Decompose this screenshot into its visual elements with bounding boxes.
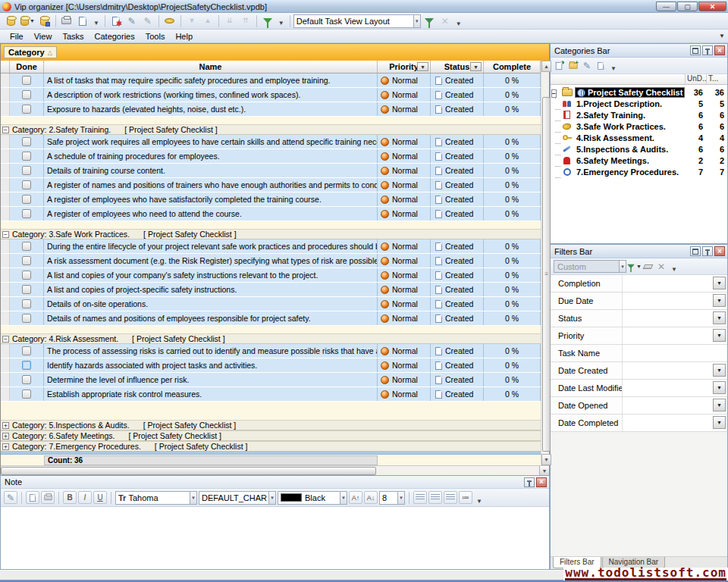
done-checkbox[interactable] (22, 242, 31, 251)
task-row[interactable]: A risk assessment document (e.g. the Ris… (1, 254, 541, 268)
done-checkbox[interactable] (22, 137, 31, 146)
filter-value-field[interactable] (623, 327, 713, 344)
task-row[interactable]: A register of names and positions of tra… (1, 178, 541, 192)
task-row[interactable]: Determine the level of influence per ris… (1, 373, 541, 387)
delete-category-icon[interactable]: × (595, 61, 607, 71)
move-bottom-icon[interactable]: ⇊ (222, 14, 237, 28)
apply-layout-button[interactable] (422, 14, 437, 28)
column-header-status[interactable]: Status▼ (431, 61, 484, 73)
filter-dropdown-icon[interactable]: ▼ (713, 399, 726, 411)
done-checkbox[interactable] (22, 346, 31, 355)
color-dropdown-icon[interactable]: ▼ (340, 492, 347, 504)
filter-dropdown-icon[interactable]: ▼ (713, 381, 726, 394)
new-task-list-icon[interactable]: ➜ (554, 61, 566, 71)
clear-filter-icon[interactable]: ✕ (655, 261, 667, 272)
task-row[interactable]: A list of tasks that may require specifi… (1, 74, 541, 88)
apply-filter-icon[interactable]: ▼ (628, 261, 640, 272)
task-row[interactable]: Identify hazards associated with project… (1, 358, 541, 373)
font-size-combo[interactable]: 8 ▼ (379, 491, 405, 505)
category-tree-item[interactable]: 2.Safety Training. 6 6 (551, 109, 727, 120)
done-checkbox[interactable] (22, 105, 31, 114)
category-tree-item[interactable]: 5.Inspections & Audits. 6 6 (551, 143, 727, 155)
new-category-icon[interactable]: + (567, 61, 579, 71)
filter-value-field[interactable] (623, 310, 713, 327)
pin-icon[interactable] (524, 477, 535, 487)
note-toolbar-overflow-icon[interactable]: ▼ (474, 498, 485, 505)
category-tree-item[interactable]: 6.Safety Meetings. 2 2 (551, 155, 727, 166)
edit-task-icon[interactable]: ✎ (124, 14, 140, 28)
tree-item-label[interactable]: 1.Project Description. (575, 99, 685, 108)
done-checkbox[interactable] (22, 195, 31, 204)
char-style-combo[interactable]: DEFAULT_CHAR ▼ (199, 491, 276, 505)
edit-category-icon[interactable]: ✎ (581, 61, 593, 71)
scroll-corner-icon[interactable]: ▼ (539, 466, 549, 475)
align-right-button[interactable] (444, 491, 457, 504)
filter-dropdown-icon[interactable]: ▼ (713, 364, 726, 377)
done-checkbox[interactable] (22, 271, 31, 280)
done-checkbox[interactable] (22, 285, 31, 294)
toolbar-overflow-icon[interactable]: ▼ (276, 20, 287, 27)
task-row[interactable]: The process of assessing risks is carrie… (1, 344, 541, 358)
print-note-button[interactable] (41, 491, 55, 504)
done-checkbox[interactable] (22, 209, 31, 218)
tree-item-root[interactable]: − Project Safety Checklist 36 36 (551, 86, 727, 98)
filter-value-field[interactable] (623, 275, 713, 292)
clear-layout-button[interactable]: ✕ (438, 14, 453, 28)
restore-panel-icon[interactable] (690, 45, 701, 55)
scroll-up-icon[interactable]: ▲ (541, 61, 551, 72)
close-button[interactable]: ✕ (698, 2, 726, 11)
bold-button[interactable]: B (63, 491, 77, 504)
toolbar-overflow-icon[interactable]: ▼ (91, 20, 102, 27)
column-header-done[interactable]: Done (10, 61, 44, 73)
expander-icon[interactable]: + (2, 433, 9, 440)
bullet-list-button[interactable]: ≔ (459, 491, 472, 504)
task-row[interactable]: Safe project work requires all employees… (1, 135, 541, 149)
menu-item-file[interactable]: File (5, 30, 29, 42)
filter-value-field[interactable] (623, 380, 713, 396)
filter-value-field[interactable] (623, 293, 713, 309)
status-filter-dropdown-icon[interactable]: ▼ (470, 62, 482, 71)
done-checkbox[interactable] (22, 390, 31, 399)
tree-item-label[interactable]: 5.Inspections & Audits. (575, 145, 685, 154)
eraser-icon[interactable] (642, 261, 654, 272)
new-database-icon[interactable] (3, 14, 18, 28)
minimize-button[interactable]: — (656, 2, 676, 11)
filter-value-field[interactable] (623, 415, 713, 431)
categories-toolbar-overflow-icon[interactable]: ▼ (608, 65, 619, 72)
category-tree-item[interactable]: 4.Risk Assessment. 4 4 (551, 132, 727, 143)
done-checkbox[interactable] (22, 256, 31, 265)
filter-value-field[interactable] (623, 397, 713, 414)
filter-preset-dropdown-icon[interactable]: ▼ (619, 261, 626, 272)
filter-dropdown-icon[interactable]: ▼ (713, 294, 726, 307)
filter-value-field[interactable] (623, 362, 713, 379)
task-row[interactable]: Exposure to hazards (elevated heights, n… (1, 102, 541, 117)
horizontal-scrollbar[interactable]: ▼ (1, 465, 549, 475)
size-dropdown-icon[interactable]: ▼ (397, 492, 404, 504)
char-style-dropdown-icon[interactable]: ▼ (268, 492, 275, 504)
done-checkbox[interactable] (22, 299, 31, 308)
menu-item-tasks[interactable]: Tasks (57, 30, 89, 42)
category-group-header[interactable]: + Category: 6.Safety Meetings. [ Project… (1, 430, 541, 441)
task-row[interactable]: A register of employees who have satisfa… (1, 192, 541, 207)
pin-icon[interactable] (702, 246, 713, 256)
tree-item-label[interactable]: 2.Safety Training. (575, 111, 685, 120)
filters-toolbar-overflow-icon[interactable]: ▼ (669, 266, 679, 273)
done-checkbox[interactable] (22, 166, 31, 175)
align-center-button[interactable] (428, 491, 442, 504)
move-up-icon[interactable]: ▲ (200, 14, 215, 28)
note-close-icon[interactable] (536, 477, 547, 487)
font-name-combo[interactable]: Tr Tahoma ▼ (115, 491, 197, 505)
category-group-header[interactable]: − Category: 4.Risk Assessment. [ Project… (1, 333, 541, 344)
expander-icon[interactable]: + (2, 422, 9, 429)
underline-button[interactable]: U (93, 491, 107, 504)
pin-icon[interactable] (702, 45, 713, 55)
task-row[interactable]: A register of employees who need to atte… (1, 207, 541, 221)
filter-dropdown-icon[interactable]: ▼ (713, 416, 726, 429)
done-checkbox[interactable] (22, 361, 31, 370)
menu-item-view[interactable]: View (29, 30, 58, 42)
task-row[interactable]: Establish appropriate risk control measu… (1, 387, 541, 402)
open-database-icon[interactable]: ▼ (19, 14, 36, 28)
filter-value-field[interactable] (623, 345, 727, 361)
edit-note-button[interactable]: ✎ (4, 491, 17, 504)
task-row[interactable]: Details of training course content. Norm… (1, 164, 541, 178)
